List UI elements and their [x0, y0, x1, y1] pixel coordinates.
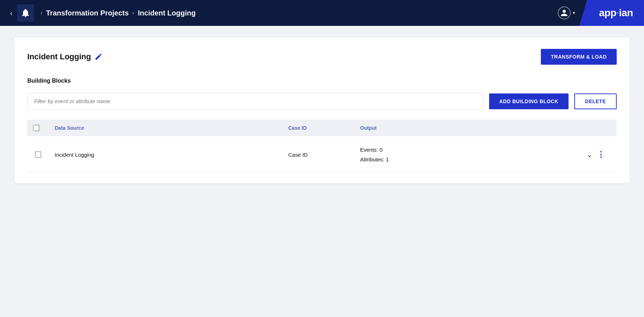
nav-right: ▾	[553, 4, 579, 22]
top-navigation: ‹ › Transformation Projects › Incident L…	[0, 0, 644, 26]
transform-load-button[interactable]: TRANSFORM & LOAD	[541, 49, 617, 65]
breadcrumb-transformation-projects[interactable]: Transformation Projects	[46, 9, 129, 17]
table-header-actions	[588, 125, 617, 131]
row-actions-cell: ⌄ ⋮	[588, 150, 617, 159]
card-header: Incident Logging TRANSFORM & LOAD	[27, 49, 617, 65]
user-dropdown-caret: ▾	[573, 10, 575, 15]
table-header-case-id: Case ID	[282, 125, 354, 131]
expand-row-button[interactable]: ⌄	[586, 150, 593, 159]
row-checkbox-wrapper	[33, 151, 43, 158]
delete-button[interactable]: DELETE	[574, 93, 617, 109]
user-menu[interactable]: ▾	[553, 4, 579, 22]
table-header-output: Output	[354, 125, 588, 131]
back-button[interactable]: ‹	[6, 6, 17, 19]
row-checkbox-cell	[27, 151, 49, 158]
brand-name-part1: app	[599, 7, 616, 18]
main-card: Incident Logging TRANSFORM & LOAD Buildi…	[14, 37, 630, 183]
brand-text: app·ian	[599, 7, 633, 19]
brand-name-part2: ian	[619, 7, 633, 18]
bell-icon	[20, 8, 31, 18]
main-content: Incident Logging TRANSFORM & LOAD Buildi…	[0, 26, 644, 195]
breadcrumb-separator-1: ›	[41, 10, 42, 16]
select-all-checkbox[interactable]	[33, 125, 40, 131]
building-blocks-section: Building Blocks ADD BUILDING BLOCK DELET…	[27, 78, 617, 172]
row-actions: ⌄ ⋮	[594, 150, 611, 159]
kebab-menu-button[interactable]: ⋮	[597, 150, 605, 159]
section-title: Building Blocks	[27, 78, 617, 84]
edit-icon[interactable]	[95, 53, 102, 61]
table-row: Incident Logging Case ID Events: 0 Attri…	[27, 138, 617, 172]
row-data-source: Incident Logging	[49, 152, 282, 158]
row-checkbox[interactable]	[35, 151, 41, 158]
user-avatar	[558, 6, 571, 19]
table-header-row: Data Source Case ID Output	[27, 120, 617, 136]
card-title-row: Incident Logging	[27, 52, 102, 61]
user-icon	[560, 9, 568, 17]
table-header-checkbox	[27, 125, 49, 131]
breadcrumb-separator-2: ›	[132, 10, 134, 16]
table-header-data-source: Data Source	[49, 125, 282, 131]
row-output: Events: 0 Attributes: 1	[354, 145, 588, 164]
row-case-id: Case ID	[282, 152, 354, 158]
breadcrumb-incident-logging[interactable]: Incident Logging	[138, 9, 196, 17]
add-building-block-button[interactable]: ADD BUILDING BLOCK	[489, 93, 569, 109]
row-output-events: Events: 0	[360, 145, 582, 155]
building-blocks-table: Data Source Case ID Output Incident Logg…	[27, 120, 617, 172]
page-title: Incident Logging	[27, 52, 91, 61]
filter-input[interactable]	[27, 93, 483, 110]
app-icon	[17, 4, 34, 22]
filter-row: ADD BUILDING BLOCK DELETE	[27, 93, 617, 110]
appian-brand: app·ian	[579, 0, 644, 26]
row-output-attributes: Attributes: 1	[360, 155, 582, 164]
